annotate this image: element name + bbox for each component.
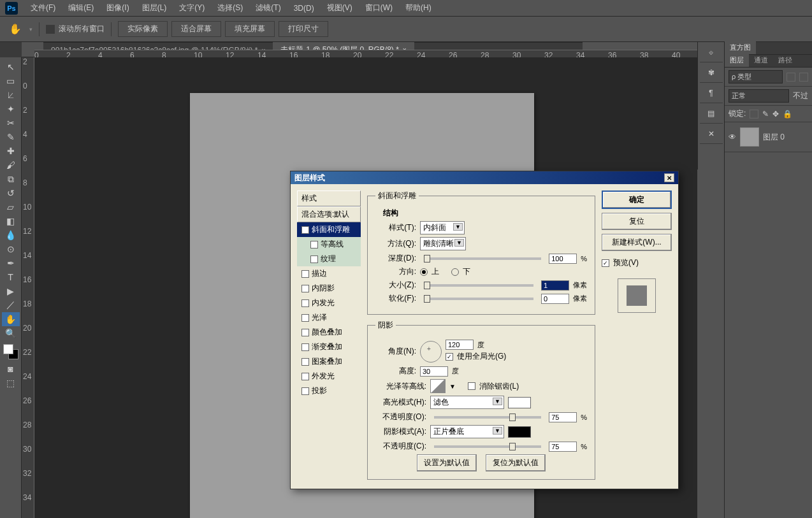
checkbox-icon[interactable] [310,255,318,263]
close-button[interactable]: ✕ [664,173,674,182]
histogram-tab[interactable]: 直方图 [725,41,756,54]
menu-select[interactable]: 选择(S) [211,0,249,16]
effect-color-overlay[interactable]: 颜色叠加 [297,325,361,340]
blur-tool[interactable]: 💧 [2,228,20,242]
menu-image[interactable]: 图像(I) [100,0,135,16]
rail-adjust-icon[interactable]: ⟐ [700,42,723,62]
shadow-opacity-input[interactable] [549,442,577,452]
dodge-tool[interactable]: ⊙ [2,242,20,256]
angle-wheel[interactable] [420,341,442,363]
layer-row[interactable]: 👁 图层 0 [725,122,812,152]
healing-tool[interactable]: ✚ [2,144,20,158]
fill-screen-button[interactable]: 填充屏幕 [225,21,275,37]
checkbox-icon[interactable] [301,387,309,395]
style-dropdown[interactable]: 内斜面 [420,221,465,234]
scroll-all-windows-checkbox[interactable]: 滚动所有窗口 [46,24,105,34]
altitude-input[interactable] [420,366,448,377]
styles-header[interactable]: 样式 [297,191,361,206]
layer-thumbnail[interactable] [740,127,759,147]
lock-brush-icon[interactable]: ✎ [762,110,769,119]
rail-char-icon[interactable]: ¶ [700,83,723,103]
menu-type[interactable]: 文字(Y) [173,0,211,16]
gradient-tool[interactable]: ◧ [2,214,20,228]
lasso-tool[interactable]: ⟀ [2,88,20,102]
angle-input[interactable] [446,340,474,350]
checkbox-icon[interactable] [301,343,309,351]
menu-layer[interactable]: 图层(L) [136,0,173,16]
layers-tab[interactable]: 图层 [725,54,749,67]
soften-input[interactable] [541,294,569,304]
checkbox-icon[interactable] [301,270,309,278]
menu-view[interactable]: 视图(V) [321,0,359,16]
checkbox-icon[interactable] [301,358,309,366]
checkbox-icon[interactable] [301,373,309,380]
checkbox-icon[interactable] [301,299,309,307]
make-default-button[interactable]: 设置为默认值 [417,454,477,471]
brush-tool[interactable]: 🖌 [2,158,20,172]
screenmode-tool[interactable]: ⬚ [2,376,20,390]
foreground-color[interactable] [3,344,13,354]
effect-inner-shadow[interactable]: 内阴影 [297,281,361,296]
visibility-icon[interactable]: 👁 [729,133,736,141]
size-slider[interactable] [424,284,533,287]
preview-checkbox[interactable] [602,259,609,267]
filter-icon[interactable] [799,73,808,82]
new-style-button[interactable]: 新建样式(W)... [602,234,672,251]
menu-3d[interactable]: 3D(D) [287,1,321,15]
effect-pattern-overlay[interactable]: 图案叠加 [297,354,361,369]
marquee-tool[interactable]: ▭ [2,74,20,88]
magic-wand-tool[interactable]: ✦ [2,102,20,116]
tool-flyout-icon[interactable]: ▾ [29,26,33,32]
eraser-tool[interactable]: ▱ [2,200,20,214]
highlight-mode-dropdown[interactable]: 滤色 [430,396,504,409]
soften-slider[interactable] [424,298,533,300]
move-tool[interactable]: ↖ [2,60,20,74]
print-size-button[interactable]: 打印尺寸 [279,21,328,37]
quickmask-tool[interactable]: ◙ [2,362,20,376]
size-input[interactable] [541,280,569,291]
rail-brush-icon[interactable]: ✾ [700,62,723,83]
menu-file[interactable]: 文件(F) [24,0,62,16]
direction-down-radio[interactable] [451,268,459,276]
highlight-color-swatch[interactable] [508,397,531,408]
filter-icon[interactable] [787,73,795,82]
actual-pixels-button[interactable]: 实际像素 [118,21,168,37]
checkbox-icon[interactable] [301,329,309,336]
type-tool[interactable]: T [2,270,20,284]
menu-help[interactable]: 帮助(H) [399,0,438,16]
effect-contour[interactable]: 等高线 [297,237,361,252]
reset-default-button[interactable]: 复位为默认值 [486,454,546,471]
pen-tool[interactable]: ✒ [2,256,20,270]
menu-filter[interactable]: 滤镜(T) [249,0,287,16]
hand-tool[interactable]: ✋ [2,312,20,326]
checkbox-icon[interactable] [310,241,318,248]
shadow-color-swatch[interactable] [508,426,531,438]
effect-gradient-overlay[interactable]: 渐变叠加 [297,340,361,354]
cancel-button[interactable]: 复位 [602,213,672,230]
highlight-opacity-slider[interactable] [434,416,541,419]
checkbox-icon[interactable] [301,226,309,234]
global-light-checkbox[interactable] [446,353,453,361]
dialog-titlebar[interactable]: 图层样式 ✕ [291,171,678,184]
lock-pixels-icon[interactable] [750,110,758,119]
stamp-tool[interactable]: ⧉ [2,172,20,186]
lock-move-icon[interactable]: ✥ [772,110,779,119]
effect-stroke[interactable]: 描边 [297,266,361,281]
shape-tool[interactable]: ／ [2,298,20,312]
path-select-tool[interactable]: ▶ [2,284,20,298]
preview-checkbox-row[interactable]: 预览(V) [602,257,672,268]
shadow-opacity-slider[interactable] [434,445,541,448]
depth-input[interactable] [549,254,577,264]
channels-tab[interactable]: 通道 [749,54,773,67]
menu-edit[interactable]: 编辑(E) [62,0,100,16]
ok-button[interactable]: 确定 [602,191,672,209]
menu-window[interactable]: 窗口(W) [359,0,399,16]
effect-texture[interactable]: 纹理 [297,252,361,266]
method-dropdown[interactable]: 雕刻清晰 [420,237,466,250]
effect-bevel-emboss[interactable]: 斜面和浮雕 [297,222,361,237]
highlight-opacity-input[interactable] [549,412,577,422]
blend-options[interactable]: 混合选项:默认 [297,206,361,222]
eyedropper-tool[interactable]: ✎ [2,130,20,144]
filter-type-dropdown[interactable]: ρ 类型 [729,70,783,83]
antialiased-checkbox[interactable] [468,382,475,390]
